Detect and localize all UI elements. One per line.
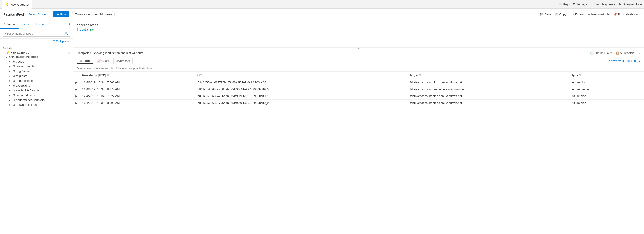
time-range-button[interactable]: Time range : Last 24 hours [72,11,115,17]
sidebar-table-customMetrics[interactable]: ▶ ⊞ customMetrics [0,93,73,97]
table-name-label: exceptions [16,84,30,87]
row-target-2: fabrikamaccount.blob.core.windows.net [408,93,570,100]
time-range-label: Time range : [75,13,92,16]
run-icon [57,13,59,16]
row-r-1 [628,86,644,93]
tab-schema[interactable]: Schema [0,20,19,29]
query-explorer-button[interactable]: 🖥 Query explorer [619,3,642,6]
sidebar-table-dependencies[interactable]: ▶ ⊞ dependencies [0,78,73,83]
results-header: Completed. Showing results from the last… [73,49,644,57]
help-button[interactable]: 📖 Help [558,3,569,6]
table-grid-icon: ⊞ [13,74,15,77]
sidebar-table-availabilityResults[interactable]: ▶ ⊞ availabilityResults [0,88,73,93]
records-value: 50 records [620,51,634,55]
table-tab-icon: ⊞ [80,59,82,62]
tab-table[interactable]: ⊞ Table [77,58,93,64]
run-button[interactable]: Run [54,11,70,17]
table-grid-icon: ⊞ [13,94,15,97]
sidebar-table-customEvents[interactable]: ▶ ⊞ customEvents [0,64,73,69]
query-num: 50 [90,28,94,32]
id-col-header[interactable]: id ▽ [195,72,408,79]
pin-to-dashboard-button[interactable]: 📌 Pin to dashboard [614,13,640,16]
table-name-label: browserTimings [16,103,36,106]
download-icon[interactable]: ⤓ [638,51,640,55]
type-filter-icon[interactable]: ▽ [579,74,581,77]
chart-tab-icon: 📈 [97,59,100,62]
alert-icon: ＋ [588,12,590,17]
export-icon: ⟶ [570,13,574,16]
table-body: ▶ 12/4/2019, 10:34:17.603 AM |5948256aab… [73,79,644,106]
row-timestamp-2: 12/4/2019, 10:34:17.622 AM [80,93,195,100]
filter-input[interactable] [3,31,70,37]
sidebar-table-pageViews[interactable]: ▶ ⊞ pageViews [0,69,73,73]
sidebar-table-exceptions[interactable]: ▶ ⊞ exceptions [0,83,73,88]
r-col-header[interactable]: r [628,72,644,79]
table-name-label: requests [16,74,27,78]
display-time[interactable]: Display time (UTC+00:00) ▾ [606,60,640,63]
sidebar-table-requests[interactable]: ▶ ⊞ requests [0,73,73,78]
select-scope-button[interactable]: Select Scope [28,13,46,16]
columns-button[interactable]: Columns ▾ [113,58,132,64]
tab-explore[interactable]: Explore [33,20,50,29]
sidebar-table-traces[interactable]: ▶ ⊞ traces [0,59,73,64]
sidebar-table-browserTimings[interactable]: ▶ ⊞ browserTimings [0,102,73,107]
row-r-0 [628,79,644,86]
workspace-chevron: ▼ [2,51,5,54]
query-pipe: | [77,28,78,32]
toolbar-right-actions: 💾 Save 📋 Copy ⟶ Export ＋ New alert rule … [540,12,640,17]
settings-button[interactable]: ⚙ Settings [573,3,587,6]
tab-filter[interactable]: Filter [19,20,33,29]
row-type-2: Azure blob [570,93,628,100]
type-col-header[interactable]: type ▽ [570,72,628,79]
run-label: Run [60,13,66,16]
id-filter-icon[interactable]: ▽ [200,74,202,77]
workspace-item[interactable]: ▼ 💡 FabrikamProd ☆ [0,50,73,55]
tab-bar: 💡 New Query 1* + 📖 Help ⚙ Settings ☰ Sam… [0,0,644,9]
row-id-2: |c811c35906854756beb0751f90c01e99.1.2906… [195,93,408,100]
target-filter-icon[interactable]: ▽ [419,74,421,77]
row-expand-2[interactable]: ▶ [73,93,80,100]
query-editor[interactable]: dependencies | limit 50 [73,20,644,48]
target-col-header[interactable]: target ▽ [408,72,570,79]
export-button[interactable]: ⟶ Export [570,13,584,16]
tab-chart[interactable]: 📈 Chart [94,58,112,64]
table-row[interactable]: ▶ 12/4/2019, 10:34:17.603 AM |5948256aab… [73,79,644,86]
table-header-row: timestamp [UTC] ▽ id ▽ [73,72,644,79]
new-alert-rule-button[interactable]: ＋ New alert rule [588,12,610,17]
sidebar-table-performanceCounters[interactable]: ▶ ⊞ performanceCounters [0,97,73,102]
app-insights-label: APPLICATION INSIGHTS [9,56,38,58]
row-target-3: fabrikamaccount.blob.core.windows.net [408,100,570,106]
query-keyword: dependencies [77,23,98,28]
workspace-star[interactable]: ☆ [68,51,70,54]
save-label: Save [544,13,551,16]
query-tab[interactable]: 💡 New Query 1* [2,0,32,9]
table-grid-icon: ⊞ [13,79,15,82]
tab-label: New Query 1* [10,3,29,7]
table-row[interactable]: ▶ 12/4/2019, 10:34:18.377 AM |c811c35906… [73,86,644,93]
row-expand-3[interactable]: ▶ [73,100,80,106]
save-button[interactable]: 💾 Save [540,13,551,16]
copy-button[interactable]: 📋 Copy [555,13,566,16]
save-icon: 💾 [540,13,544,16]
timestamp-col-header[interactable]: timestamp [UTC] ▽ [80,72,195,79]
add-tab-button[interactable]: + [32,2,40,7]
table-name-label: pageViews [16,69,30,73]
workspace-icon: 💡 [6,51,10,54]
sidebar-collapse-button[interactable]: ⟪ [66,20,73,29]
code-line-1: dependencies [77,23,640,28]
row-expand-1[interactable]: ▶ [73,86,80,93]
settings-icon: ⚙ [573,3,576,6]
timestamp-filter-icon[interactable]: ▽ [107,74,109,77]
row-expand-0[interactable]: ▶ [73,79,80,86]
pin-icon: 📌 [614,13,617,16]
sidebar-content: Active ▼ 💡 FabrikamProd ☆ ▼ APPLICATION … [0,45,73,234]
table-row[interactable]: ▶ 12/4/2019, 10:34:17.622 AM |c811c35906… [73,93,644,100]
copy-label: Copy [560,13,566,16]
resize-handle[interactable]: • • • [73,48,644,49]
app-insights-group[interactable]: ▼ APPLICATION INSIGHTS [0,55,73,59]
sample-queries-button[interactable]: ☰ Sample queries [591,3,615,6]
pin-label: Pin to dashboard [618,13,640,16]
collapse-all-button[interactable]: ⊟ Collapse all [0,39,73,45]
table-row[interactable]: ▶ 12/4/2019, 10:34:18.091 AM |c811c35906… [73,100,644,106]
sidebar-tables: ▶ ⊞ traces ▶ ⊞ customEvents ▶ ⊞ pageView… [0,59,73,107]
